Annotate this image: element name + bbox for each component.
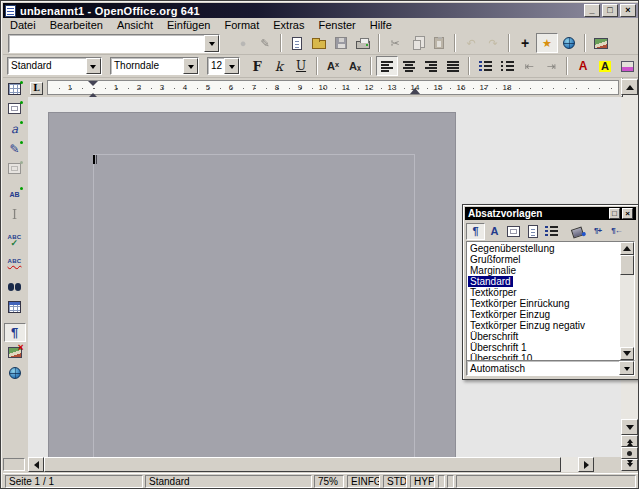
menu-extras[interactable]: Extras (266, 18, 311, 32)
frame-styles-icon[interactable] (504, 223, 523, 240)
font-name-value[interactable]: Thorndale (111, 58, 183, 74)
fill-format-mode-icon[interactable] (569, 223, 588, 240)
style-filter-value[interactable]: Automatisch (467, 361, 619, 375)
font-name-dropdown-button[interactable] (183, 58, 198, 74)
paragraph-style-dropdown-button[interactable] (86, 58, 101, 74)
style-list-scroll-up-button[interactable] (620, 242, 634, 255)
style-item[interactable]: Überschrift 1 (468, 342, 529, 353)
dock-button[interactable]: □ (609, 208, 620, 219)
style-list-scroll-down-button[interactable] (620, 347, 634, 360)
style-item[interactable]: Standard (468, 276, 513, 287)
online-layout-icon[interactable] (4, 363, 26, 382)
scroll-up-button[interactable] (621, 79, 638, 95)
previous-page-button[interactable] (621, 435, 638, 447)
style-filter-dropdown-button[interactable] (619, 361, 634, 375)
insert-frame-icon[interactable] (4, 99, 26, 118)
stylist-icon[interactable]: ★ (536, 33, 558, 53)
zoom-level[interactable]: 75% (314, 475, 344, 488)
scroll-left-button[interactable] (28, 457, 44, 472)
page-indicator[interactable]: Seite 1 / 1 (5, 475, 143, 488)
close-button[interactable]: × (620, 4, 636, 17)
autotext-icon[interactable]: AB (4, 185, 26, 204)
nonprinting-characters-icon[interactable]: ¶ (4, 323, 26, 342)
stylist-title-bar[interactable]: Absatzvorlagen □× (465, 207, 636, 220)
close-button[interactable]: × (622, 208, 633, 219)
spellcheck-icon[interactable]: ABC (4, 231, 26, 250)
print-icon[interactable] (352, 33, 374, 53)
subscript-icon[interactable]: Aₓ (344, 56, 366, 76)
italic-icon[interactable]: k (268, 56, 290, 76)
menu-ansicht[interactable]: Ansicht (110, 18, 160, 32)
align-right-icon[interactable] (420, 56, 442, 76)
menu-hilfe[interactable]: Hilfe (363, 18, 399, 32)
open-document-icon[interactable] (308, 33, 330, 53)
menu-format[interactable]: Format (217, 18, 266, 32)
bold-icon[interactable]: F (246, 56, 268, 76)
underline-icon[interactable]: U (290, 56, 312, 76)
horizontal-scroll-thumb[interactable] (44, 457, 561, 472)
style-item[interactable]: Grußformel (468, 254, 523, 265)
new-style-from-selection-icon[interactable]: ¶+ (588, 223, 607, 240)
style-item[interactable]: Marginalie (468, 265, 518, 276)
font-size-value[interactable]: 12 (208, 58, 224, 74)
paragraph-style-value[interactable]: Standard (8, 58, 86, 74)
menu-bearbeiten[interactable]: Bearbeiten (43, 18, 110, 32)
hyperlink-mode[interactable]: HYP (410, 475, 435, 488)
navigation-button[interactable] (621, 447, 638, 459)
style-item[interactable]: Überschrift (468, 331, 520, 342)
url-input[interactable] (9, 35, 204, 52)
style-list-scroll-thumb[interactable] (620, 255, 634, 275)
insert-fields-icon[interactable]: a (4, 119, 26, 138)
style-list[interactable]: GegenüberstellungGrußformelMarginalieSta… (466, 241, 635, 361)
style-item[interactable]: Textkörper Einzug negativ (468, 320, 587, 331)
url-dropdown-button[interactable] (204, 35, 219, 52)
align-justify-icon[interactable] (442, 56, 464, 76)
graphics-toggle-icon[interactable] (4, 343, 26, 362)
style-item[interactable]: Textkörper Einrückung (468, 298, 572, 309)
align-left-icon[interactable] (376, 56, 398, 76)
right-indent-marker[interactable] (410, 87, 420, 94)
tab-type-selector[interactable]: L (30, 82, 43, 95)
insert-mode[interactable]: EINFG (347, 475, 380, 488)
superscript-icon[interactable]: Aˣ (322, 56, 344, 76)
scroll-right-button[interactable] (578, 457, 594, 472)
auto-spellcheck-icon[interactable]: ABC (4, 251, 26, 270)
minimize-button[interactable]: _ (584, 4, 600, 17)
hyperlink-dialog-icon[interactable] (558, 33, 580, 53)
font-size-dropdown-button[interactable] (224, 58, 239, 74)
next-page-button[interactable] (621, 459, 638, 471)
style-item[interactable]: Textkörper Einzug (468, 309, 552, 320)
menu-datei[interactable]: Datei (3, 18, 43, 32)
character-styles-icon[interactable]: A (485, 223, 504, 240)
style-list-scrollbar[interactable] (620, 242, 634, 360)
draw-functions-icon[interactable]: ✎ (4, 139, 26, 158)
maximize-button[interactable]: □ (602, 4, 618, 17)
font-color-icon[interactable]: A (572, 56, 594, 76)
style-item[interactable]: Gegenüberstellung (468, 243, 557, 254)
background-color-icon[interactable] (616, 56, 638, 76)
data-sources-icon[interactable] (4, 297, 26, 316)
new-document-icon[interactable] (286, 33, 308, 53)
menu-einfgen[interactable]: Einfügen (160, 18, 217, 32)
page-styles-icon[interactable] (523, 223, 542, 240)
find-replace-icon[interactable] (4, 277, 26, 296)
menu-fenster[interactable]: Fenster (311, 18, 362, 32)
highlighting-icon[interactable]: A (594, 56, 616, 76)
page-style[interactable]: Standard (145, 475, 312, 488)
horizontal-scrollbar[interactable] (28, 457, 594, 472)
indent-marker[interactable] (88, 81, 98, 94)
scroll-down-button[interactable] (621, 419, 638, 435)
selection-mode[interactable]: STD (383, 475, 407, 488)
bullet-list-icon[interactable] (496, 56, 518, 76)
paragraph-styles-icon[interactable]: ¶ (466, 223, 485, 240)
insert-icon[interactable] (4, 79, 26, 98)
update-style-icon[interactable]: ¶← (607, 223, 626, 240)
numbering-styles-icon[interactable] (542, 223, 561, 240)
style-item[interactable]: Textkörper (468, 287, 519, 298)
numbered-list-icon[interactable] (474, 56, 496, 76)
horizontal-ruler[interactable]: 1123456789101112131415161718 (47, 80, 619, 95)
gallery-icon[interactable] (590, 33, 612, 53)
align-center-icon[interactable] (398, 56, 420, 76)
navigator-icon[interactable]: + (514, 33, 536, 53)
document-page[interactable] (48, 112, 456, 457)
